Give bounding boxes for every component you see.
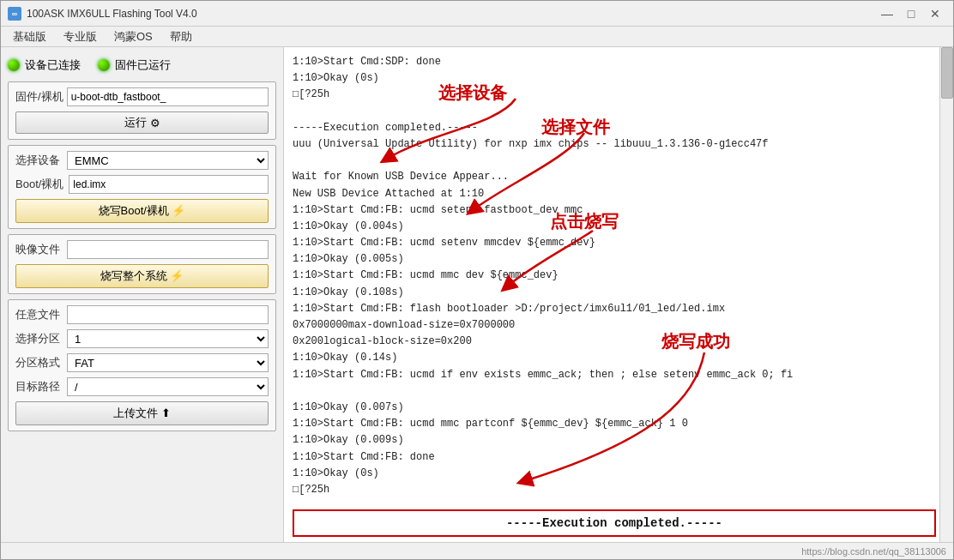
device-led	[8, 59, 20, 71]
boot-label: Boot/裸机	[15, 177, 63, 192]
flash-boot-label: 烧写Boot/裸机	[99, 204, 169, 217]
run-button-label: 运行	[124, 115, 147, 130]
partition-select[interactable]: 1 2 3	[67, 329, 269, 348]
device-select[interactable]: EMMC SD	[67, 151, 269, 170]
status-bar: https://blog.csdn.net/qq_38113006	[1, 542, 953, 559]
image-input[interactable]	[67, 240, 269, 259]
main-window: ∞ 100ASK IMX6ULL Flashing Tool V4.0 — □ …	[0, 0, 954, 560]
window-controls: — □ ✕	[876, 5, 946, 22]
target-path-label: 目标路径	[15, 379, 62, 394]
firmware-led	[98, 59, 110, 71]
any-file-input[interactable]	[67, 305, 269, 324]
device-connected-indicator: 设备已连接	[8, 57, 81, 73]
flash-system-icon: ⚡	[170, 269, 184, 282]
any-file-label: 任意文件	[15, 307, 62, 322]
run-icon: ⚙	[150, 117, 160, 129]
firmware-running-label: 固件已运行	[115, 57, 171, 73]
device-connected-label: 设备已连接	[25, 57, 81, 73]
menu-basic[interactable]: 基础版	[4, 27, 55, 46]
menu-pro[interactable]: 专业版	[55, 27, 106, 46]
flash-system-button[interactable]: 烧写整个系统 ⚡	[15, 264, 269, 288]
boot-file-row: Boot/裸机	[15, 175, 269, 194]
menu-help[interactable]: 帮助	[161, 27, 201, 46]
device-section: 选择设备 EMMC SD Boot/裸机 烧写Boot/裸机 ⚡	[8, 145, 276, 229]
scrollbar-track[interactable]	[939, 47, 953, 542]
format-label: 分区格式	[15, 355, 62, 370]
image-label: 映像文件	[15, 242, 62, 257]
format-select[interactable]: FAT ext4	[67, 353, 269, 372]
menu-harmony[interactable]: 鸿蒙OS	[106, 27, 161, 46]
image-file-row: 映像文件	[15, 240, 269, 259]
status-url: https://blog.csdn.net/qq_38113006	[801, 546, 946, 557]
device-select-row: 选择设备 EMMC SD	[15, 151, 269, 170]
target-path-row: 目标路径 /	[15, 377, 269, 396]
maximize-button[interactable]: □	[900, 5, 922, 22]
left-panel: 设备已连接 固件已运行 固件/裸机 运行 ⚙	[1, 47, 284, 542]
title-bar: ∞ 100ASK IMX6ULL Flashing Tool V4.0 — □ …	[1, 1, 953, 27]
minimize-button[interactable]: —	[876, 5, 898, 22]
right-panel: 1:10>Start Cmd:SDP: done 1:10>Okay (0s) …	[284, 47, 953, 542]
target-path-select[interactable]: /	[67, 377, 269, 396]
upload-label: 上传文件	[113, 406, 158, 419]
device-select-label: 选择设备	[15, 153, 62, 168]
boot-input[interactable]	[69, 175, 269, 194]
content-area: 设备已连接 固件已运行 固件/裸机 运行 ⚙	[1, 47, 953, 542]
scrollbar-thumb[interactable]	[941, 47, 953, 99]
app-icon: ∞	[8, 7, 21, 21]
image-section: 映像文件 烧写整个系统 ⚡	[8, 234, 276, 294]
flash-boot-icon: ⚡	[172, 204, 185, 217]
flash-system-label: 烧写整个系统	[100, 269, 167, 282]
firmware-row: 固件/裸机	[15, 87, 269, 106]
partition-label: 选择分区	[15, 331, 62, 346]
run-button[interactable]: 运行 ⚙	[15, 111, 269, 134]
firmware-running-indicator: 固件已运行	[98, 57, 171, 73]
close-button[interactable]: ✕	[924, 5, 946, 22]
firmware-label: 固件/裸机	[15, 89, 63, 105]
flash-boot-button[interactable]: 烧写Boot/裸机 ⚡	[15, 199, 269, 223]
completion-banner: -----Execution completed.-----	[293, 509, 936, 537]
menu-bar: 基础版 专业版 鸿蒙OS 帮助	[1, 27, 953, 47]
firmware-section: 固件/裸机 运行 ⚙	[8, 81, 276, 140]
log-area[interactable]: 1:10>Start Cmd:SDP: done 1:10>Okay (0s) …	[284, 47, 953, 504]
window-title: 100ASK IMX6ULL Flashing Tool V4.0	[27, 8, 876, 20]
upload-button[interactable]: 上传文件 ⬆	[15, 401, 269, 425]
firmware-input[interactable]	[67, 87, 269, 106]
format-row: 分区格式 FAT ext4	[15, 353, 269, 372]
partition-row: 选择分区 1 2 3	[15, 329, 269, 348]
upload-icon: ⬆	[161, 406, 171, 419]
upload-section: 任意文件 选择分区 1 2 3 分区格式 FAT ext4	[8, 299, 276, 431]
any-file-row: 任意文件	[15, 305, 269, 324]
status-row: 设备已连接 固件已运行	[8, 54, 276, 76]
